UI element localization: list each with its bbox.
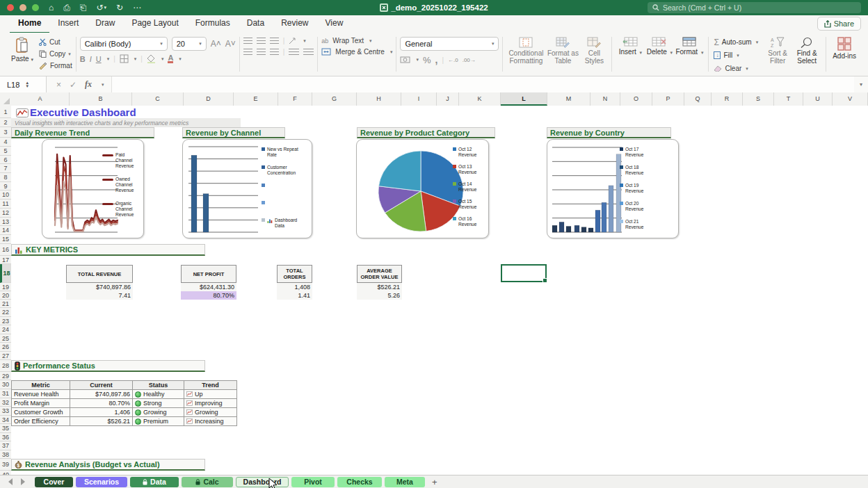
row-header-17[interactable]: 17 <box>0 256 11 264</box>
row-header-35[interactable]: 35 <box>0 424 11 433</box>
chart-daily-revenue-trend[interactable]: PaidChannelRevenueOwnedChannelRevenueOrg… <box>42 139 144 238</box>
row-header-38[interactable]: 38 <box>0 450 11 459</box>
delete-cells-button[interactable]: Delete ▾ <box>645 37 674 56</box>
increase-decimal-icon[interactable]: ←.0 <box>448 57 458 63</box>
cell-net-profit-value[interactable]: $624,431.30 <box>181 283 236 291</box>
column-header-J[interactable]: J <box>437 92 459 106</box>
align-top-icon[interactable] <box>243 38 252 44</box>
metric-card-net-profit[interactable]: NET PROFIT <box>181 265 236 283</box>
font-size-select[interactable]: 20▾ <box>172 37 207 51</box>
paste-button[interactable]: Paste ▾ <box>7 37 38 63</box>
wrap-text-button[interactable]: ab Wrap Text▾ <box>321 37 392 44</box>
comma-style-icon[interactable]: , <box>435 54 438 65</box>
chart-revenue-by-channel[interactable]: New vs RepeatRateCustomerConcentrationDa… <box>182 139 312 238</box>
table-cell-trend[interactable]: Improving <box>184 399 237 408</box>
conditional-formatting-button[interactable]: Conditional Formatting <box>506 37 545 65</box>
chart-revenue-by-country[interactable]: Oct 17RevenueOct 18RevenueOct 19RevenueO… <box>547 139 679 238</box>
cell-total-revenue-value[interactable]: $740,897.86 <box>66 283 133 291</box>
row-header-22[interactable]: 22 <box>0 308 11 317</box>
section-heading-daily-revenue-trend[interactable]: Daily Revenue Trend <box>11 127 154 138</box>
table-cell-current[interactable]: $526.21 <box>70 417 133 426</box>
table-cell-status[interactable]: Growing <box>133 408 184 417</box>
row-header-30[interactable]: 30 <box>0 380 11 389</box>
add-sheet-button[interactable]: + <box>432 477 437 487</box>
table-cell-current[interactable]: 1,406 <box>70 408 133 417</box>
table-cell-metric[interactable]: Order Efficiency <box>12 417 70 426</box>
cell-total-orders-sub[interactable]: 1.41 <box>277 291 312 300</box>
ribbon-tab-page-layout[interactable]: Page Layout <box>123 15 186 32</box>
fill-button[interactable]: ↓ Fill▾ <box>714 50 758 60</box>
row-header-21[interactable]: 21 <box>0 300 11 308</box>
table-cell-trend[interactable]: Increasing <box>184 417 237 426</box>
decrease-font-icon[interactable]: A˅ <box>225 39 236 49</box>
row-header-31[interactable]: 31 <box>0 389 11 398</box>
increase-font-icon[interactable]: A˄ <box>211 39 221 49</box>
row-header-28[interactable]: 28 <box>0 360 11 372</box>
insert-cells-button[interactable]: Insert ▾ <box>616 37 645 56</box>
row-header-1[interactable]: 1 <box>0 106 11 118</box>
decrease-indent-icon[interactable] <box>289 49 299 55</box>
table-cell-metric[interactable]: Revenue Health <box>12 390 70 399</box>
decrease-decimal-icon[interactable]: .00→ <box>463 57 476 63</box>
italic-button[interactable]: I <box>90 55 92 63</box>
confirm-entry-icon[interactable]: ✓ <box>70 80 77 90</box>
page-subtitle[interactable]: Visual insights with interactive charts … <box>15 120 188 127</box>
name-box-stepper[interactable]: ▲▼ <box>25 81 29 88</box>
column-header-C[interactable]: C <box>132 92 184 106</box>
redo-icon[interactable]: ↻ <box>116 0 123 15</box>
ribbon-tab-review[interactable]: Review <box>273 15 316 32</box>
sheet-tab-pivot[interactable]: Pivot <box>291 477 335 487</box>
underline-button[interactable]: U <box>96 55 102 63</box>
row-header-6[interactable]: 6 <box>0 156 11 164</box>
table-cell-trend[interactable]: Up <box>184 390 237 399</box>
home-icon[interactable]: ⌂ <box>49 0 54 15</box>
sheet-canvas[interactable]: Executive Dashboard Visual insights with… <box>11 106 868 475</box>
section-heading-revenue-by-product-category[interactable]: Revenue by Product Category <box>357 127 495 138</box>
row-header-26[interactable]: 26 <box>0 343 11 352</box>
row-header-2[interactable]: 2 <box>0 118 11 127</box>
undo-icon[interactable]: ↺▾ <box>96 0 106 15</box>
column-header-F[interactable]: F <box>278 92 312 106</box>
sheet-tab-scenarios[interactable]: Scenarios <box>76 477 127 487</box>
chart-revenue-by-product-category[interactable]: Oct 12RevenueOct 13RevenueOct 14RevenueO… <box>356 139 489 238</box>
previous-sheet-icon[interactable] <box>8 478 13 485</box>
clear-button[interactable]: Clear▾ <box>714 63 758 74</box>
row-header-36[interactable]: 36 <box>0 433 11 441</box>
cell-net-profit-sub[interactable]: 80.70% <box>181 291 236 300</box>
column-header-E[interactable]: E <box>234 92 278 106</box>
column-header-K[interactable]: K <box>459 92 501 106</box>
row-header-34[interactable]: 34 <box>0 416 11 424</box>
sheet-tab-data[interactable]: Data <box>130 477 179 487</box>
table-cell-current[interactable]: 80.70% <box>70 399 133 408</box>
formula-input[interactable] <box>111 76 854 92</box>
more-commands-icon[interactable]: ⋯ <box>133 0 141 15</box>
insert-function-icon[interactable]: fx <box>85 79 92 90</box>
cell-total-revenue-sub[interactable]: 7.41 <box>66 291 133 300</box>
formula-bar-expand-icon[interactable]: ▾ <box>854 81 868 88</box>
merge-centre-button[interactable]: Merge & Centre▾ <box>321 48 392 56</box>
format-as-table-button[interactable]: Format as Table <box>545 37 580 65</box>
column-header-R[interactable]: R <box>712 92 743 106</box>
section-heading-revenue-by-channel[interactable]: Revenue by Channel <box>182 127 285 138</box>
column-header-U[interactable]: U <box>803 92 833 106</box>
metric-card-average-order-value[interactable]: AVERAGE ORDER VALUE <box>357 265 402 283</box>
cut-button[interactable]: Cut <box>39 37 72 47</box>
table-cell-status[interactable]: Healthy <box>133 390 184 399</box>
table-cell-trend[interactable]: Growing <box>184 408 237 417</box>
ribbon-tab-view[interactable]: View <box>317 15 352 32</box>
cancel-entry-icon[interactable]: × <box>56 80 61 90</box>
save-as-icon[interactable]: ⎗ <box>80 0 87 15</box>
sheet-tab-cover[interactable]: Cover <box>35 477 73 487</box>
row-header-9[interactable]: 9 <box>0 182 11 190</box>
ribbon-tab-formulas[interactable]: Formulas <box>187 15 239 32</box>
row-header-11[interactable]: 11 <box>0 200 11 209</box>
column-header-G[interactable]: G <box>312 92 357 106</box>
section-heading-performance-status[interactable]: Performance Status <box>11 360 205 372</box>
minimize-window-button[interactable] <box>19 4 26 11</box>
sort-filter-button[interactable]: AZ Sort & Filter <box>764 37 791 65</box>
addins-button[interactable]: Add-ins <box>830 37 859 60</box>
column-header-I[interactable]: I <box>401 92 437 106</box>
table-cell-status[interactable]: Premium <box>133 417 184 426</box>
column-header-V[interactable]: V <box>833 92 868 106</box>
row-header-23[interactable]: 23 <box>0 317 11 325</box>
